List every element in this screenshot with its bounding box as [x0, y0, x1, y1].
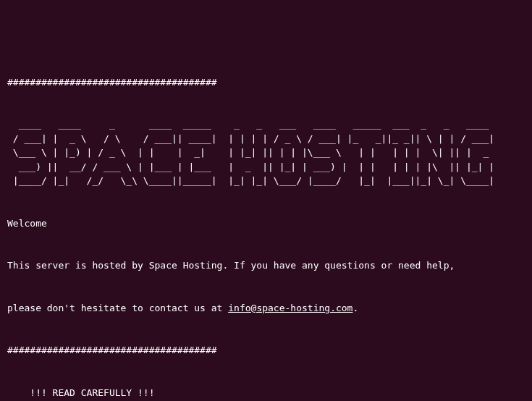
welcome-text: Welcome [7, 218, 47, 229]
contact-line: please don't hesitate to contact us at i… [7, 303, 358, 313]
terminal-output: ##################################### __… [7, 61, 525, 401]
contact-prefix: please don't hesitate to contact us at [7, 303, 228, 313]
contact-suffix: . [352, 303, 358, 313]
hosted-by-text: This server is hosted by Space Hosting. … [7, 260, 455, 271]
motd-border-top: ##################################### [7, 77, 217, 88]
ascii-art-banner: ____ ____ _ ____ _____ _ _ ___ ____ ____… [7, 119, 494, 186]
read-carefully-heading: !!! READ CAREFULLY !!! [7, 387, 155, 398]
motd-border-mid: ##################################### [7, 345, 217, 355]
contact-email-link[interactable]: info@space-hosting.com [228, 303, 352, 313]
